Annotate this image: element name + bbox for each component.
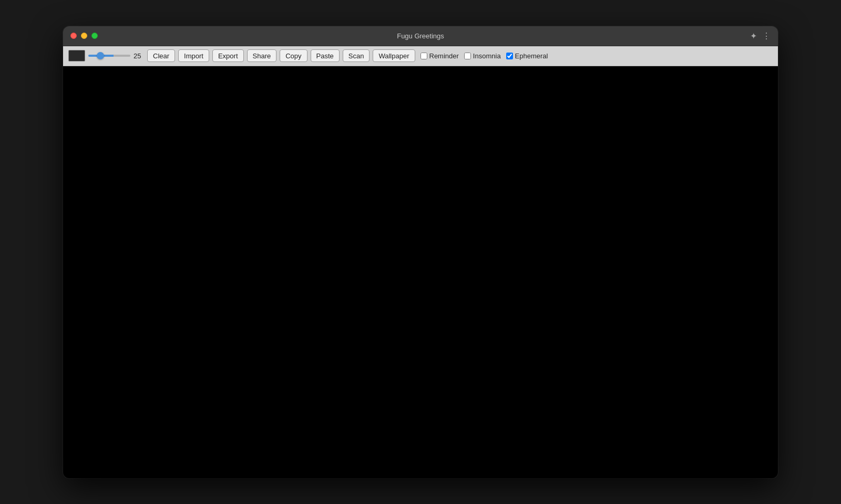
app-window: Fugu Greetings ✦ ⋮ 25 Clear Import Expor… <box>63 26 778 478</box>
insomnia-checkbox[interactable] <box>464 53 471 59</box>
reminder-label[interactable]: Reminder <box>420 52 459 60</box>
ephemeral-text: Ephemeral <box>515 52 548 60</box>
checkbox-group: Reminder Insomnia Ephemeral <box>420 52 548 60</box>
canvas-area[interactable] <box>63 66 778 478</box>
copy-button[interactable]: Copy <box>280 49 307 62</box>
scan-button[interactable]: Scan <box>343 49 370 62</box>
share-button[interactable]: Share <box>247 49 277 62</box>
insomnia-label[interactable]: Insomnia <box>464 52 501 60</box>
ephemeral-label[interactable]: Ephemeral <box>506 52 548 60</box>
paste-button[interactable]: Paste <box>311 49 340 62</box>
clear-button[interactable]: Clear <box>147 49 175 62</box>
ephemeral-checkbox[interactable] <box>506 53 513 59</box>
slider-value: 25 <box>134 52 144 60</box>
close-button[interactable] <box>70 33 77 39</box>
window-title: Fugu Greetings <box>397 32 444 40</box>
export-button[interactable]: Export <box>212 49 244 62</box>
import-button[interactable]: Import <box>178 49 209 62</box>
title-bar-actions: ✦ ⋮ <box>750 31 771 41</box>
reminder-text: Reminder <box>429 52 459 60</box>
title-bar: Fugu Greetings ✦ ⋮ <box>63 26 778 46</box>
reminder-checkbox[interactable] <box>420 53 427 59</box>
plugin-icon[interactable]: ✦ <box>750 31 757 41</box>
brush-size-slider[interactable] <box>88 55 130 57</box>
insomnia-text: Insomnia <box>473 52 501 60</box>
menu-icon[interactable]: ⋮ <box>762 31 771 41</box>
maximize-button[interactable] <box>91 33 98 39</box>
minimize-button[interactable] <box>81 33 87 39</box>
toolbar: 25 Clear Import Export Share Copy Paste … <box>63 46 778 66</box>
wallpaper-button[interactable]: Wallpaper <box>373 49 415 62</box>
color-swatch[interactable] <box>68 50 85 61</box>
traffic-lights <box>70 33 98 39</box>
slider-container: 25 <box>88 52 144 60</box>
